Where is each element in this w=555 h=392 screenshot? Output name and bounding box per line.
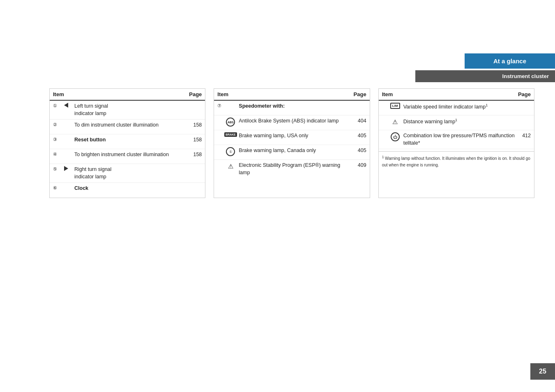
- table-row: ① Brake warning lamp, Canada only 405: [214, 145, 369, 160]
- col1-header: Item Page: [50, 89, 205, 101]
- row-page: [516, 103, 531, 103]
- row-text: Brake warning lamp, Canada only: [239, 147, 352, 154]
- row-page: 405: [352, 147, 366, 153]
- table-row: ⚠ Distance warning lamp1: [379, 115, 534, 130]
- table-row: ⑦ Speedometer with:: [214, 101, 369, 115]
- col1-item-header: Item: [53, 91, 185, 97]
- table-row: BRAKE Brake warning lamp, USA only 405: [214, 130, 369, 145]
- table-row: ⑤ Right turn signalindicator lamp: [50, 164, 205, 183]
- row-num: [382, 103, 389, 103]
- footnote-text: 1 Warning lamp without function. It illu…: [382, 156, 530, 167]
- row-num: ③: [53, 136, 60, 142]
- row-num: [217, 132, 225, 133]
- row-text: Left turn signalindicator lamp: [74, 103, 187, 117]
- col2-item-header: Item: [217, 91, 350, 97]
- row-text: Clock: [74, 185, 187, 192]
- col3-header: Item Page: [379, 89, 534, 101]
- table-row: ① Left turn signalindicator lamp: [50, 101, 205, 120]
- row-num: [382, 118, 389, 118]
- table-row: ⑥ Clock: [50, 183, 205, 198]
- abs-icon: ABS: [225, 118, 236, 127]
- row-num: ⑥: [53, 185, 60, 191]
- row-num: [217, 118, 225, 118]
- col3-page-header: Page: [514, 91, 531, 97]
- instrument-cluster-bar: Instrument cluster: [415, 70, 555, 82]
- row-text: To dim instrument cluster illumination: [74, 122, 187, 129]
- main-content: Item Page ① Left turn signalindicator la…: [49, 88, 534, 198]
- row-page: 409: [352, 162, 366, 168]
- row-text: Distance warning lamp1: [403, 118, 516, 126]
- row-page: [187, 166, 202, 166]
- brake-text-icon: BRAKE: [225, 132, 236, 137]
- row-page: [516, 118, 531, 118]
- page-number: 25: [530, 363, 555, 380]
- col3-item-header: Item: [382, 91, 514, 97]
- row-page: 158: [187, 136, 202, 143]
- row-page: 405: [352, 132, 366, 138]
- row-text: Combination low tire pressure/TPMS malfu…: [403, 132, 516, 147]
- table-row: ABS Antilock Brake System (ABS) indicato…: [214, 115, 369, 130]
- row-text: Reset button: [74, 136, 187, 144]
- row-text: Antilock Brake System (ABS) indicator la…: [239, 118, 352, 125]
- row-text: Right turn signalindicator lamp: [74, 166, 187, 180]
- table-row: ② To dim instrument cluster illumination…: [50, 120, 205, 134]
- footnote-row: 1 Warning lamp without function. It illu…: [379, 151, 534, 170]
- table-col-3: Item Page LIM Variable speed limiter ind…: [378, 88, 534, 198]
- row-text: Speedometer with:: [239, 103, 352, 110]
- col-separator: [205, 88, 214, 198]
- row-num: ②: [53, 122, 60, 127]
- row-num: ④: [53, 151, 60, 157]
- table-row: ④ To brighten instrument cluster illumin…: [50, 149, 205, 164]
- row-page: [187, 185, 202, 185]
- col2-page-header: Page: [350, 91, 366, 97]
- turn-right-icon: [60, 166, 72, 171]
- row-num: [217, 147, 225, 148]
- row-num: ⑤: [53, 166, 60, 172]
- row-num: [217, 162, 225, 162]
- row-page: 412: [516, 132, 531, 138]
- at-a-glance-tab: At a glance: [465, 53, 555, 69]
- row-text: Variable speed limiter indicator lamp1: [403, 103, 516, 111]
- distance-warning-icon: ⚠: [389, 118, 401, 127]
- brake-circle-icon: ①: [225, 147, 236, 156]
- lim-icon: LIM: [389, 103, 401, 109]
- col-separator-2: [370, 88, 378, 198]
- col2-header: Item Page: [214, 89, 369, 101]
- table-row: ③ Reset button 158: [50, 134, 205, 149]
- table-row: LIM Variable speed limiter indicator lam…: [379, 101, 534, 115]
- table-row: ⏻ Combination low tire pressure/TPMS mal…: [379, 130, 534, 149]
- row-page: 158: [187, 122, 202, 128]
- esp-warning-icon: ⚠: [225, 162, 236, 171]
- col1-page-header: Page: [185, 91, 202, 97]
- row-page: [187, 103, 202, 103]
- row-page: [352, 103, 366, 103]
- row-text: Brake warning lamp, USA only: [239, 132, 352, 140]
- row-num: ①: [53, 103, 60, 108]
- row-num: ⑦: [217, 103, 225, 108]
- header-area: At a glance Instrument cluster: [415, 53, 555, 82]
- row-num: [382, 132, 389, 133]
- turn-left-icon: [60, 103, 72, 108]
- table-row: ⚠ Electronic Stability Program (ESP®) wa…: [214, 160, 369, 178]
- tpms-icon: ⏻: [389, 132, 401, 141]
- row-text: To brighten instrument cluster illuminat…: [74, 151, 187, 159]
- row-text: Electronic Stability Program (ESP®) warn…: [239, 162, 352, 176]
- row-page: 158: [187, 151, 202, 157]
- table-col-1: Item Page ① Left turn signalindicator la…: [49, 88, 205, 198]
- table-col-2: Item Page ⑦ Speedometer with: ABS Antilo…: [214, 88, 370, 198]
- row-page: 404: [352, 118, 366, 124]
